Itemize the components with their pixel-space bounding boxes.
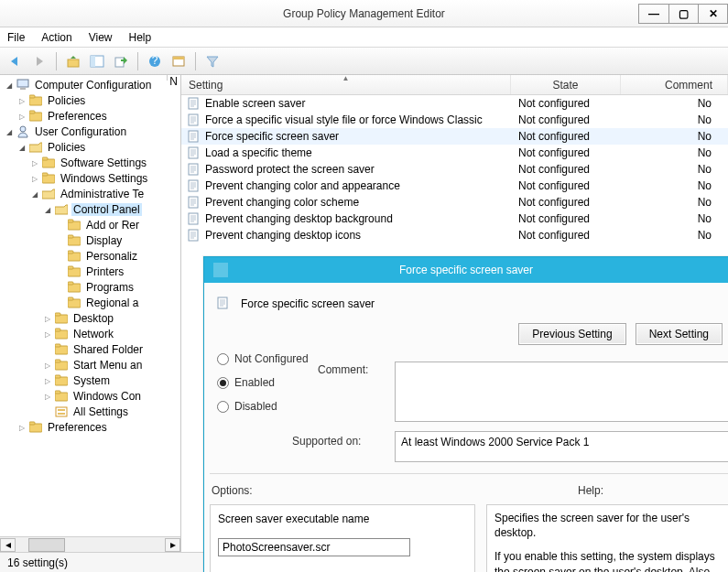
setting-doc-icon — [187, 229, 201, 242]
previous-setting-button[interactable]: Previous Setting — [518, 323, 625, 345]
tree-programs[interactable]: Programs — [84, 281, 136, 294]
setting-state: Not configured — [511, 163, 621, 176]
tree-twisty[interactable] — [42, 360, 53, 370]
toolbar-separator — [56, 52, 57, 70]
setting-doc-icon — [187, 212, 201, 225]
tree-twisty[interactable] — [42, 391, 53, 401]
comment-textarea[interactable] — [395, 362, 728, 422]
settings-row[interactable]: Password protect the screen saverNot con… — [181, 161, 728, 178]
tree-horizontal-scrollbar[interactable]: ◂ ▸ — [0, 536, 180, 552]
settings-row[interactable]: Prevent changing desktop iconsNot config… — [181, 227, 728, 243]
tree-twisty[interactable] — [29, 189, 40, 199]
settings-row[interactable]: Prevent changing color and appearanceNot… — [181, 178, 728, 194]
properties-button[interactable] — [168, 51, 189, 71]
forward-button[interactable] — [29, 51, 49, 71]
tree-system[interactable]: System — [71, 374, 112, 387]
settings-row[interactable]: Force a specific visual style file or fo… — [181, 112, 728, 128]
column-setting[interactable]: Setting ▲ — [181, 75, 511, 94]
tree-add-remove[interactable]: Add or Rer — [84, 219, 141, 232]
tree-personalization[interactable]: Personaliz — [84, 250, 139, 263]
dialog-titlebar: Force specific screen saver — [204, 257, 728, 283]
tree-scroll[interactable]: N Computer Configuration Policies Prefer… — [0, 75, 180, 536]
tree-twisty[interactable] — [42, 313, 53, 323]
tree-twisty[interactable] — [42, 329, 53, 339]
setting-comment: No — [621, 229, 728, 242]
tree-desktop[interactable]: Desktop — [71, 312, 115, 325]
settings-row[interactable]: Load a specific themeNot configuredNo — [181, 145, 728, 161]
tree-network[interactable]: Network — [71, 328, 115, 340]
tree-software-settings[interactable]: Software Settings — [59, 156, 148, 169]
tree-all-settings[interactable]: All Settings — [71, 405, 130, 418]
radio-not-configured[interactable] — [217, 353, 229, 365]
tree-windows-components[interactable]: Windows Con — [71, 390, 143, 403]
scroll-right-button[interactable]: ▸ — [165, 538, 180, 552]
tree-twisty[interactable] — [42, 375, 53, 385]
svg-rect-16 — [115, 58, 124, 67]
tree-cc-policies[interactable]: Policies — [46, 94, 87, 107]
dialog-divider — [210, 473, 728, 474]
export-button[interactable] — [111, 51, 131, 71]
setting-comment: No — [621, 146, 728, 159]
folder-icon — [54, 343, 69, 356]
help-button[interactable]: ? — [145, 51, 165, 71]
tree-twisty[interactable] — [4, 126, 15, 136]
radio-disabled[interactable] — [217, 401, 229, 413]
menu-view[interactable]: View — [89, 31, 113, 44]
setting-comment: No — [621, 179, 728, 192]
tree-computer-configuration[interactable]: Computer Configuration — [33, 79, 153, 92]
executable-name-input[interactable] — [218, 538, 410, 556]
help-paragraph: Specifies the screen saver for the user'… — [494, 511, 721, 540]
column-comment[interactable]: Comment — [621, 75, 728, 94]
tree-uc-policies[interactable]: Policies — [46, 141, 87, 154]
tree-twisty[interactable] — [29, 157, 40, 167]
tree-printers[interactable]: Printers — [84, 265, 125, 278]
settings-row[interactable]: Force specific screen saverNot configure… — [181, 128, 728, 145]
tree-display[interactable]: Display — [84, 234, 124, 247]
menu-file[interactable]: File — [7, 31, 25, 44]
filter-button[interactable] — [202, 51, 223, 71]
back-button[interactable] — [5, 51, 26, 71]
tree-shared-folders[interactable]: Shared Folder — [71, 343, 145, 356]
show-hide-tree-button[interactable] — [87, 51, 107, 71]
setting-name: Password protect the screen saver — [205, 163, 375, 176]
tree-regional[interactable]: Regional a — [84, 297, 140, 309]
tree-twisty[interactable] — [29, 173, 40, 183]
tree-start-menu[interactable]: Start Menu an — [71, 359, 144, 372]
up-button[interactable] — [63, 51, 83, 71]
next-setting-button[interactable]: Next Setting — [636, 323, 723, 345]
tree-twisty[interactable] — [4, 80, 15, 90]
all-settings-icon — [54, 405, 69, 418]
menu-action[interactable]: Action — [41, 31, 71, 44]
scroll-left-button[interactable]: ◂ — [0, 538, 16, 552]
folder-icon — [54, 390, 69, 403]
setting-state: Not configured — [511, 146, 621, 159]
scroll-thumb[interactable] — [28, 538, 65, 552]
tree-admin-templates[interactable]: Administrative Te — [59, 188, 146, 200]
folder-icon — [28, 421, 43, 434]
tree-twisty[interactable] — [42, 204, 53, 214]
help-panel: Specifies the screen saver for the user'… — [486, 504, 728, 572]
settings-row[interactable]: Enable screen saverNot configuredNo — [181, 95, 728, 112]
tree-twisty[interactable] — [16, 111, 27, 121]
tree-control-panel[interactable]: Control Panel — [71, 203, 142, 216]
tree-windows-settings[interactable]: Windows Settings — [59, 172, 149, 185]
tree-cc-preferences[interactable]: Preferences — [46, 110, 109, 123]
folder-icon — [28, 94, 43, 107]
tree-twisty[interactable] — [16, 422, 27, 432]
tree-twisty[interactable] — [16, 142, 27, 152]
column-comment-label: Comment — [665, 79, 712, 92]
tree-uc-preferences[interactable]: Preferences — [46, 421, 109, 434]
settings-row[interactable]: Prevent changing color schemeNot configu… — [181, 194, 728, 210]
tree-twisty[interactable] — [16, 95, 27, 105]
svg-text:?: ? — [152, 55, 158, 67]
help-paragraph: If you enable this setting, the system d… — [494, 549, 721, 572]
tree-user-configuration[interactable]: User Configuration — [33, 125, 128, 138]
next-setting-label: Next Setting — [649, 328, 709, 340]
setting-name: Load a specific theme — [205, 146, 312, 159]
menu-help[interactable]: Help — [129, 31, 152, 44]
column-state[interactable]: State — [511, 75, 621, 94]
radio-enabled[interactable] — [217, 377, 229, 389]
settings-row[interactable]: Prevent changing desktop backgroundNot c… — [181, 210, 728, 227]
comment-label: Comment: — [318, 363, 368, 376]
setting-comment: No — [621, 212, 728, 225]
